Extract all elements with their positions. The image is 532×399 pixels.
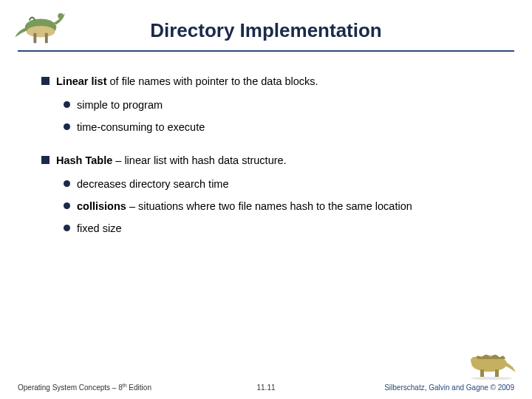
footer-left: Operating System Concepts – 8th Edition — [18, 383, 151, 392]
subbullet-simple: simple to program — [64, 98, 502, 114]
svg-point-2 — [58, 13, 64, 19]
slide-title: Directory Implementation — [18, 0, 514, 42]
svg-rect-7 — [480, 369, 484, 377]
subbullet-decreases: decreases directory search time — [64, 177, 502, 193]
subbullet-text: decreases directory search time — [77, 178, 229, 190]
subbullet-text: fixed size — [77, 222, 121, 234]
subbullet-text: – situations where two file names hash t… — [126, 200, 412, 212]
subbullet-collisions: collisions – situations where two file n… — [64, 199, 502, 215]
square-bullet-icon — [41, 77, 50, 85]
slide-header: Directory Implementation — [18, 0, 514, 52]
slide-footer: Operating System Concepts – 8th Edition … — [0, 383, 532, 392]
bullet-linear-list: Linear list of file names with pointer t… — [41, 74, 502, 90]
dot-bullet-icon — [64, 123, 70, 130]
dinosaur-top-icon — [13, 6, 71, 49]
dot-bullet-icon — [64, 180, 70, 187]
svg-rect-3 — [33, 33, 36, 44]
svg-point-1 — [27, 26, 55, 37]
subbullet-bold: collisions — [77, 200, 126, 212]
dot-bullet-icon — [64, 101, 70, 108]
svg-point-9 — [471, 377, 512, 380]
dinosaur-bottom-icon — [466, 347, 517, 380]
bullet-group-2: Hash Table – linear list with hash data … — [41, 153, 502, 236]
bullet-hash-table: Hash Table – linear list with hash data … — [41, 153, 502, 169]
square-bullet-icon — [41, 156, 50, 164]
dot-bullet-icon — [64, 225, 70, 231]
subbullet-time-consuming: time-consuming to execute — [64, 120, 502, 136]
svg-rect-4 — [45, 33, 48, 44]
bullet-text: – linear list with hash data structure. — [112, 154, 286, 166]
footer-page-number: 11.11 — [256, 383, 275, 392]
dot-bullet-icon — [64, 202, 70, 209]
svg-point-6 — [471, 357, 478, 364]
slide-content: Linear list of file names with pointer t… — [0, 52, 532, 236]
bullet-group-1: Linear list of file names with pointer t… — [41, 74, 502, 135]
svg-rect-8 — [495, 369, 499, 377]
bullet-bold: Linear list — [56, 75, 107, 87]
footer-book: Operating System Concepts – 8 — [18, 383, 123, 392]
subbullet-text: simple to program — [77, 99, 163, 111]
footer-edition: Edition — [127, 383, 151, 392]
bullet-text: of file names with pointer to the data b… — [107, 75, 318, 87]
footer-copyright: Silberschatz, Galvin and Gagne © 2009 — [384, 383, 514, 392]
subbullet-fixed-size: fixed size — [64, 221, 502, 237]
subbullet-text: time-consuming to execute — [77, 121, 205, 133]
bullet-bold: Hash Table — [56, 154, 112, 166]
